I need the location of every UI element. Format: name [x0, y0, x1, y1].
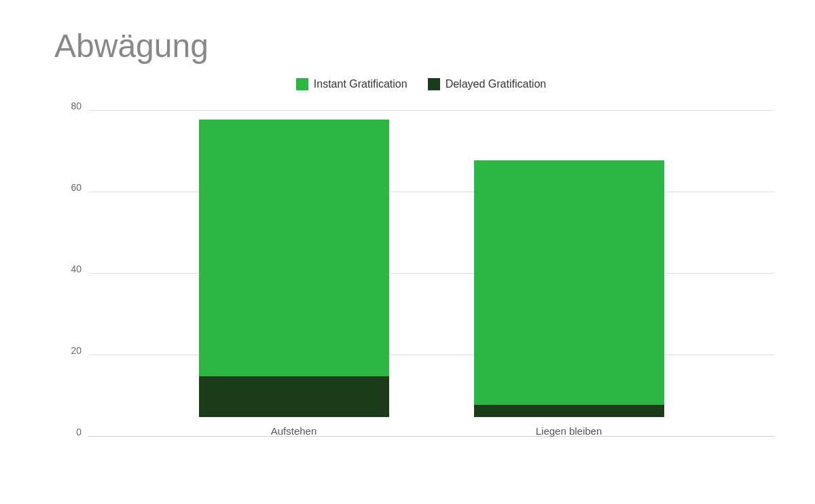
legend-label-instant: Instant Gratification	[314, 78, 408, 90]
legend-item-delayed: Delayed Gratification	[428, 78, 547, 90]
y-label-60: 60	[54, 182, 82, 193]
legend-color-instant	[296, 78, 308, 90]
bar-group-1: Liegen bleiben	[474, 160, 664, 437]
bar-wrapper-0	[199, 120, 389, 417]
y-label-0: 0	[54, 427, 82, 437]
bar-delayed-1	[474, 405, 664, 417]
bar-delayed-0	[199, 376, 389, 417]
chart-legend: Instant Gratification Delayed Gratificat…	[54, 78, 774, 90]
x-label-0: Aufstehen	[271, 425, 317, 437]
y-label-20: 20	[54, 345, 82, 356]
bars-area: AufstehenLiegen bleiben	[88, 111, 774, 437]
y-label-80: 80	[54, 101, 82, 111]
x-label-1: Liegen bleiben	[536, 425, 602, 437]
legend-label-delayed: Delayed Gratification	[446, 78, 547, 90]
y-label-40: 40	[54, 264, 82, 274]
bar-group-0: Aufstehen	[199, 120, 389, 437]
bar-wrapper-1	[474, 160, 664, 417]
chart-container: Abwägung Instant Gratification Delayed G…	[0, 0, 815, 504]
chart-area: 020406080 AufstehenLiegen bleiben	[54, 111, 774, 464]
bar-instant-0	[199, 120, 389, 376]
bar-instant-1	[474, 160, 664, 405]
chart-title: Abwägung	[54, 27, 774, 65]
legend-color-delayed	[428, 78, 440, 90]
legend-item-instant: Instant Gratification	[296, 78, 408, 90]
